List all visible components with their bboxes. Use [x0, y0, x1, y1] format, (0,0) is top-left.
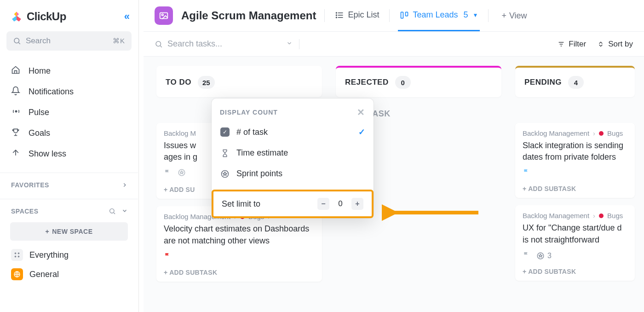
tab-epic-list[interactable]: Epic List [333, 0, 381, 31]
svg-line-5 [114, 213, 115, 214]
crumb-folder[interactable]: Backlog Management [523, 212, 589, 220]
column-count[interactable]: 4 [568, 76, 584, 89]
flag-icon[interactable] [164, 252, 171, 261]
svg-point-17 [336, 15, 337, 16]
chevron-right-icon: › [593, 129, 595, 137]
search-shortcut: ⌘K [113, 37, 125, 45]
decrement-button[interactable]: − [317, 198, 329, 210]
home-icon [11, 65, 21, 77]
chevron-down-icon[interactable] [121, 208, 128, 214]
svg-point-0 [14, 38, 19, 43]
sidebar-search[interactable]: Search ⌘K [6, 31, 132, 51]
status-dot-icon [599, 214, 604, 218]
svg-point-2 [15, 110, 17, 112]
column-count[interactable]: 0 [395, 76, 411, 89]
space-label: Everything [29, 250, 69, 260]
task-card[interactable]: Backlog Management › Bugs Slack integrat… [515, 123, 635, 198]
sprint-points[interactable]: 3 [536, 252, 552, 260]
svg-rect-19 [401, 12, 403, 18]
spaces-header[interactable]: SPACES [0, 199, 138, 219]
svg-point-9 [18, 256, 19, 257]
svg-point-18 [336, 17, 337, 18]
separator [324, 9, 325, 22]
checkbox-icon: ✓ [220, 127, 230, 137]
column-name: PENDING [524, 78, 562, 87]
close-icon[interactable]: ✕ [357, 107, 365, 118]
card-title: UX for "Change start/due d is not straig… [523, 222, 627, 245]
filter-button[interactable]: Filter [558, 40, 586, 49]
chevron-right-icon: › [593, 212, 595, 220]
page-header: Agile Scrum Management Epic List Team Le… [144, 0, 644, 32]
search-icon[interactable] [109, 208, 116, 215]
task-card[interactable]: Backlog Management › Bugs UX for "Change… [515, 205, 635, 280]
option-time-estimate[interactable]: Time estimate [212, 143, 374, 163]
separator [488, 9, 489, 22]
option-number-of-task[interactable]: ✓ # of task ✓ [212, 121, 374, 143]
chevron-down-icon[interactable] [286, 39, 293, 49]
crumb-list[interactable]: Bugs [607, 212, 623, 220]
hourglass-icon [220, 149, 230, 157]
task-search[interactable]: Search tasks... [155, 39, 293, 49]
check-icon: ✓ [358, 127, 365, 137]
svg-point-8 [15, 256, 16, 257]
tab-label: Team Leads [413, 10, 458, 20]
nav-label: Home [29, 66, 51, 76]
increment-button[interactable]: + [351, 198, 363, 210]
option-label: Time estimate [236, 148, 288, 158]
option-sprint-points[interactable]: Sprint points [212, 163, 374, 184]
column-header[interactable]: REJECTED 0 [336, 66, 501, 97]
nav-goals[interactable]: Goals [0, 123, 138, 144]
popover-title: DISPLAY COUNT [220, 109, 278, 116]
crumb-folder[interactable]: Backlog Management [523, 129, 589, 137]
nav-notifications[interactable]: Notifications [0, 81, 138, 102]
search-placeholder: Search [26, 36, 108, 46]
crumb-folder[interactable]: Backlog M [164, 129, 196, 137]
sort-by-button[interactable]: Sort by [597, 40, 633, 49]
arrow-up-icon [11, 148, 21, 160]
svg-point-6 [15, 253, 16, 254]
column-count[interactable]: 25 [198, 76, 215, 89]
space-everything[interactable]: Everything [0, 245, 138, 265]
add-subtask-button[interactable]: + ADD SUBTASK [523, 185, 627, 192]
board-icon [400, 11, 409, 20]
favorites-header[interactable]: FAVORITES [0, 173, 138, 192]
nav-show-less[interactable]: Show less [0, 144, 138, 164]
nav-pulse[interactable]: Pulse [0, 102, 138, 123]
add-subtask-button[interactable]: + ADD SUBTASK [164, 269, 315, 276]
grid-icon [11, 249, 23, 261]
add-view-label: View [509, 11, 527, 21]
flag-icon[interactable] [164, 169, 171, 178]
svg-point-21 [156, 41, 161, 46]
add-view-button[interactable]: + View [501, 11, 527, 21]
crumb-list[interactable]: Bugs [607, 129, 623, 137]
flag-icon[interactable] [523, 251, 530, 260]
column-header[interactable]: TO DO 25 [156, 66, 322, 97]
tab-team-leads[interactable]: Team Leads 5 ▼ [398, 0, 480, 31]
nav-label: Goals [29, 128, 50, 138]
flag-icon[interactable] [523, 168, 530, 178]
nav-home[interactable]: Home [0, 61, 138, 81]
chevron-right-icon [121, 182, 128, 188]
clickup-logo-icon [10, 10, 23, 23]
space-general[interactable]: General [0, 265, 138, 284]
points-value: 3 [547, 252, 552, 260]
option-label: Sprint points [236, 169, 282, 179]
add-subtask-button[interactable]: + ADD SUBTASK [523, 268, 627, 275]
column-header[interactable]: PENDING 4 [515, 66, 635, 97]
folder-icon[interactable] [155, 6, 173, 25]
set-limit-row: Set limit to − 0 + [212, 190, 374, 218]
new-space-button[interactable]: + NEW SPACE [10, 222, 128, 241]
bell-icon [11, 86, 21, 98]
brand-logo[interactable]: ClickUp [10, 10, 66, 23]
limit-value[interactable]: 0 [334, 199, 347, 208]
sprint-points-icon[interactable] [178, 168, 186, 179]
search-icon [155, 40, 163, 48]
card-title: Velocity chart estimates on Dashboards a… [164, 223, 315, 246]
tab-label: Epic List [348, 10, 379, 20]
column-name: REJECTED [345, 78, 389, 87]
nav-label: Show less [29, 149, 66, 159]
trophy-icon [11, 127, 21, 139]
option-label: # of task [236, 127, 268, 137]
search-icon [13, 37, 21, 45]
collapse-sidebar-button[interactable]: « [124, 11, 130, 23]
